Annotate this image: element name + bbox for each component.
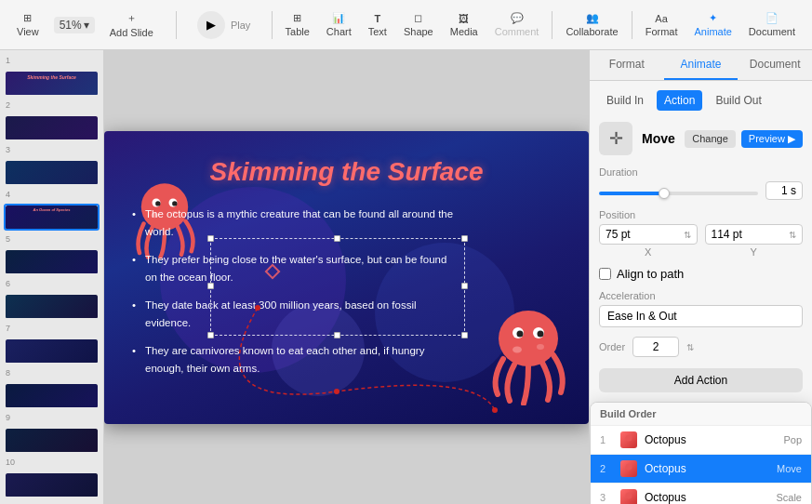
comment-button[interactable]: 💬 Comment: [487, 8, 547, 41]
format-panel-tab[interactable]: Format: [590, 50, 664, 80]
shape-icon: ◻: [414, 12, 422, 24]
main-area: 1 Skimming the Surface 2 Octopus Facts 3…: [0, 50, 812, 504]
build-order-item-3[interactable]: 3 Octopus Scale: [591, 484, 811, 504]
build-order-item-2[interactable]: 2 Octopus Move: [591, 455, 811, 484]
view-label: View: [17, 26, 39, 37]
acceleration-dropdown[interactable]: Ease In & Out: [599, 305, 803, 327]
move-title: Move: [642, 131, 675, 146]
build-order-thumb-2: [620, 460, 637, 477]
slide-thumbnail-9[interactable]: [4, 427, 100, 454]
build-order-thumb-3: [620, 489, 637, 504]
collaborate-label: Collaborate: [566, 26, 618, 37]
toolbar-insert-section: ⊞ Table 📊 Chart T Text ◻ Shape 🖼 Media 💬…: [278, 8, 803, 41]
format-tab[interactable]: Aa Format: [638, 9, 686, 41]
octopus-right: [477, 303, 579, 405]
acceleration-label: Acceleration: [599, 290, 803, 301]
media-button[interactable]: 🖼 Media: [443, 9, 486, 41]
play-icon: ▶: [206, 18, 216, 32]
svg-point-10: [499, 311, 558, 366]
move-icon: ✛: [599, 122, 632, 155]
duration-slider[interactable]: [599, 192, 758, 195]
text-icon: T: [374, 13, 380, 24]
document-tab[interactable]: 📄 Document: [741, 8, 803, 41]
play-button[interactable]: ▶: [197, 11, 225, 39]
svg-point-19: [626, 492, 632, 498]
position-y-field: 114 pt ⇅ Y: [705, 224, 804, 258]
position-x-value: 75 pt: [606, 228, 631, 241]
toolbar-divider-1: [176, 11, 177, 39]
build-order-popup: Build Order 1 Octopus Pop 2 Octopus Move: [590, 402, 812, 504]
align-to-path-checkbox[interactable]: [599, 268, 611, 280]
slide-title: Skimming the Surface: [209, 157, 483, 187]
slide-num-7: 7: [4, 324, 100, 333]
chart-label: Chart: [326, 26, 352, 37]
bullet-4: They are carnivores known to eat each ot…: [132, 342, 459, 378]
order-arrows-icon: ⇅: [686, 342, 694, 352]
animate-label: Animate: [695, 26, 732, 37]
slide-thumbnail-10[interactable]: [4, 471, 100, 498]
order-value: 2: [653, 340, 659, 353]
slide-thumbnail-3[interactable]: [4, 159, 100, 186]
position-x-input[interactable]: 75 pt ⇅: [599, 224, 698, 245]
chart-icon: 📊: [332, 12, 345, 24]
slide-thumbnail-6[interactable]: [4, 293, 100, 320]
slide-num-8: 8: [4, 368, 100, 378]
collaborate-button[interactable]: 👥 Collaborate: [558, 8, 625, 41]
x-label: X: [599, 246, 698, 258]
move-buttons: Change Preview ▶: [685, 130, 803, 148]
action-tab[interactable]: Action: [657, 90, 702, 111]
slide-canvas: Skimming the Surface: [104, 131, 589, 424]
order-input[interactable]: 2: [632, 337, 679, 357]
chart-button[interactable]: 📊 Chart: [319, 8, 359, 41]
svg-point-14: [538, 330, 544, 337]
canvas-area[interactable]: Skimming the Surface: [104, 50, 589, 504]
animate-panel-tab[interactable]: Animate: [664, 50, 739, 80]
animate-tab[interactable]: ✦ Animate: [687, 8, 739, 41]
comment-icon: 💬: [511, 12, 524, 24]
view-button[interactable]: ⊞ View: [9, 8, 47, 41]
order-row: Order 2 ⇅: [599, 337, 803, 357]
slide-num-3: 3: [4, 145, 100, 154]
slide-thumbnail-1[interactable]: Skimming the Surface: [4, 70, 100, 97]
slide-thumbnail-2[interactable]: Octopus Facts: [4, 114, 100, 141]
bullet-2: They prefer being close to the water's s…: [132, 251, 459, 287]
build-order-num-2: 2: [600, 463, 613, 474]
slide-bullets: The octopus is a mythic creature that ca…: [132, 206, 459, 388]
format-label: Format: [646, 26, 678, 37]
zoom-control[interactable]: 51% ▾: [54, 17, 95, 33]
duration-label: Duration: [599, 166, 803, 178]
slide-num-4: 4: [4, 190, 100, 199]
add-slide-button[interactable]: ＋ Add Slide: [102, 7, 161, 42]
build-order-name-1: Octopus: [645, 433, 776, 446]
slide-num-9: 9: [4, 413, 100, 422]
move-section: ✛ Move Change Preview ▶: [599, 122, 803, 155]
svg-point-17: [626, 434, 632, 441]
slide-thumbnail-5[interactable]: [4, 248, 100, 275]
build-in-tab[interactable]: Build In: [599, 90, 651, 111]
table-button[interactable]: ⊞ Table: [278, 8, 317, 41]
position-y-input[interactable]: 114 pt ⇅: [705, 224, 804, 245]
slide-thumbnail-7[interactable]: [4, 338, 100, 365]
duration-value[interactable]: 1 s: [765, 181, 803, 200]
animate-icon: ✦: [709, 12, 717, 24]
build-out-tab[interactable]: Build Out: [708, 90, 768, 111]
panel-tabs: Format Animate Document: [590, 50, 812, 81]
bullet-3: They date back at least 300 million year…: [132, 297, 459, 333]
position-x-field: 75 pt ⇅ X: [599, 224, 698, 258]
add-action-button[interactable]: Add Action: [599, 368, 803, 392]
text-button[interactable]: T Text: [361, 9, 394, 41]
table-label: Table: [286, 26, 310, 37]
right-panel: Format Animate Document Build In Action …: [589, 50, 812, 504]
svg-point-18: [626, 463, 632, 470]
svg-point-9: [492, 407, 498, 413]
toolbar: ⊞ View 51% ▾ ＋ Add Slide ▶ Play ⊞ Table …: [0, 0, 812, 50]
slide-thumbnail-8[interactable]: [4, 382, 100, 409]
shape-button[interactable]: ◻ Shape: [396, 8, 441, 41]
media-label: Media: [450, 26, 478, 37]
preview-move-button[interactable]: Preview ▶: [741, 130, 803, 148]
document-panel-tab[interactable]: Document: [738, 50, 812, 80]
slide-thumbnail-4[interactable]: An Ocean of Species: [4, 204, 100, 231]
change-button[interactable]: Change: [685, 130, 736, 148]
build-order-item-1[interactable]: 1 Octopus Pop: [591, 426, 811, 455]
svg-point-15: [512, 346, 522, 352]
